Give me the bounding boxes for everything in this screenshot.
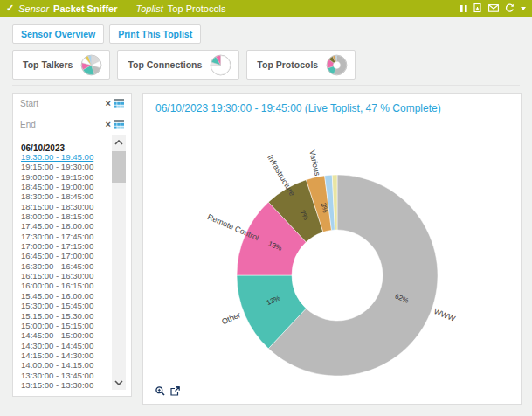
check-icon: ✓: [6, 3, 14, 14]
toolbar: Sensor Overview Print This Toplist: [12, 24, 201, 44]
clear-end-icon[interactable]: ×: [106, 120, 111, 129]
interval-link[interactable]: 14:45:00 - 15:00:00: [21, 330, 107, 340]
interval-link[interactable]: 15:30:00 - 15:45:00: [21, 301, 107, 310]
slice-label: Infrastructure: [266, 153, 297, 198]
scroll-down-button[interactable]: [112, 376, 126, 390]
titlebar: ✓ Sensor Packet Sniffer — Toplist Top Pr…: [0, 0, 532, 17]
slice-label: WWW: [432, 307, 457, 323]
interval-link[interactable]: 18:15:00 - 18:30:00: [21, 202, 107, 211]
interval-link[interactable]: 13:15:00 - 13:30:00: [21, 380, 107, 390]
interval-link[interactable]: 15:00:00 - 15:15:00: [21, 321, 107, 330]
interval-link[interactable]: 17:30:00 - 17:45:00: [21, 232, 107, 241]
clear-start-icon[interactable]: ×: [106, 99, 111, 108]
report-icon[interactable]: [473, 3, 482, 13]
chevron-down-icon: [114, 380, 123, 385]
toplist-title: 06/10/2023 19:30:00 - 19:45:00 (Live Top…: [155, 102, 441, 114]
interval-link[interactable]: 19:00:00 - 19:15:00: [21, 172, 107, 182]
calendar-icon[interactable]: [114, 120, 124, 129]
interval-link[interactable]: 16:00:00 - 16:15:00: [21, 281, 107, 290]
print-this-toplist-button[interactable]: Print This Toplist: [109, 24, 201, 44]
toplist-chart-panel: 06/10/2023 19:30:00 - 19:45:00 (Live Top…: [142, 93, 522, 405]
interval-link[interactable]: 16:15:00 - 16:30:00: [21, 271, 107, 281]
interval-link[interactable]: 16:45:00 - 17:00:00: [21, 251, 107, 260]
interval-link[interactable]: 15:45:00 - 16:00:00: [21, 291, 107, 301]
toplist-tabs: Top Talkers Top Connections Top Protocol…: [12, 50, 356, 80]
tab-top-connections[interactable]: Top Connections: [117, 50, 239, 80]
refresh-icon[interactable]: [505, 3, 515, 13]
interval-link[interactable]: 13:30:00 - 13:45:00: [21, 371, 107, 380]
section-divider: [12, 85, 520, 86]
interval-list: 19:30:00 - 19:45:0019:15:00 - 19:30:0019…: [21, 152, 107, 390]
pie-chart-icon: [80, 54, 102, 76]
chart-actions: [155, 386, 180, 396]
page-title: Top Protocols: [168, 3, 226, 14]
interval-link[interactable]: 17:45:00 - 18:00:00: [21, 221, 107, 231]
interval-link[interactable]: 19:30:00 - 19:45:00: [21, 152, 107, 162]
start-input[interactable]: [20, 99, 103, 108]
titlebar-actions: [460, 3, 526, 13]
interval-link[interactable]: 18:45:00 - 19:00:00: [21, 182, 107, 191]
email-icon[interactable]: [488, 4, 499, 12]
interval-sidebar: × × 06/10/2023 19:30:00 - 19:45:0019:15:…: [12, 93, 132, 397]
end-input-row: ×: [20, 114, 124, 135]
tab-top-protocols[interactable]: Top Protocols: [246, 50, 356, 80]
end-input[interactable]: [20, 120, 103, 129]
slice-label: Various: [307, 149, 321, 177]
toplist-label: Toplist: [135, 3, 162, 14]
slice-label: Other: [220, 310, 242, 326]
interval-link[interactable]: 14:00:00 - 14:15:00: [21, 360, 107, 370]
scroll-up-button[interactable]: [112, 135, 126, 149]
donut-chart-icon: [326, 54, 348, 76]
protocols-donut-chart: WWW62%Other13%Remote Control13%Infrastru…: [143, 118, 521, 399]
prtg-toplist-page: ✓ Sensor Packet Sniffer — Toplist Top Pr…: [0, 0, 532, 416]
tab-top-talkers[interactable]: Top Talkers: [12, 50, 110, 80]
pause-icon[interactable]: [460, 4, 467, 13]
breadcrumb-separator: —: [121, 3, 131, 14]
interval-link[interactable]: 18:00:00 - 18:15:00: [21, 211, 107, 221]
interval-link[interactable]: 16:30:00 - 16:45:00: [21, 261, 107, 271]
start-input-row: ×: [20, 94, 124, 114]
interval-link[interactable]: 17:00:00 - 17:15:00: [21, 241, 107, 251]
sensor-label: Sensor: [18, 3, 49, 14]
scrollbar[interactable]: [112, 135, 126, 390]
zoom-icon[interactable]: [155, 386, 165, 396]
calendar-icon[interactable]: [114, 99, 124, 108]
chevron-up-icon: [114, 140, 123, 145]
external-link-icon[interactable]: [170, 386, 180, 396]
sensor-overview-button[interactable]: Sensor Overview: [12, 24, 104, 44]
interval-link[interactable]: 14:15:00 - 14:30:00: [21, 350, 107, 360]
caret-down-icon[interactable]: [521, 7, 526, 10]
interval-link[interactable]: 14:30:00 - 14:45:00: [21, 341, 107, 350]
interval-link[interactable]: 18:30:00 - 18:45:00: [21, 191, 107, 201]
scrollbar-thumb[interactable]: [112, 151, 126, 183]
interval-link[interactable]: 15:15:00 - 15:30:00: [21, 311, 107, 321]
interval-link[interactable]: 19:15:00 - 19:30:00: [21, 162, 107, 171]
breadcrumb-sensor-name[interactable]: Packet Sniffer: [53, 3, 117, 14]
pie-chart-icon: [210, 54, 231, 76]
